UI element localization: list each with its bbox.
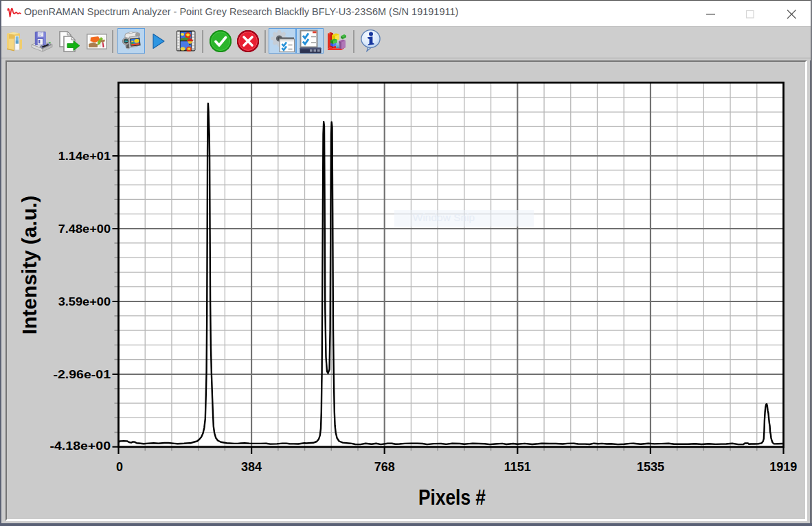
svg-text:Pixels #: Pixels # (418, 485, 486, 509)
svg-text:768: 768 (374, 460, 395, 474)
svg-text:7.48e+00: 7.48e+00 (58, 222, 111, 236)
svg-text:1151: 1151 (504, 460, 531, 474)
svg-text:1.14e+01: 1.14e+01 (58, 150, 111, 163)
svg-text:Intensity (a.u.): Intensity (a.u.) (18, 196, 41, 334)
svg-text:Window Snip: Window Snip (413, 211, 475, 223)
svg-text:-4.18e+00: -4.18e+00 (50, 439, 111, 452)
svg-text:1535: 1535 (637, 460, 664, 474)
svg-text:1919: 1919 (769, 460, 797, 474)
svg-text:3.59e+00: 3.59e+00 (58, 295, 111, 308)
svg-text:-2.96e-01: -2.96e-01 (53, 367, 111, 380)
svg-text:0: 0 (116, 460, 123, 474)
svg-text:384: 384 (241, 460, 262, 474)
